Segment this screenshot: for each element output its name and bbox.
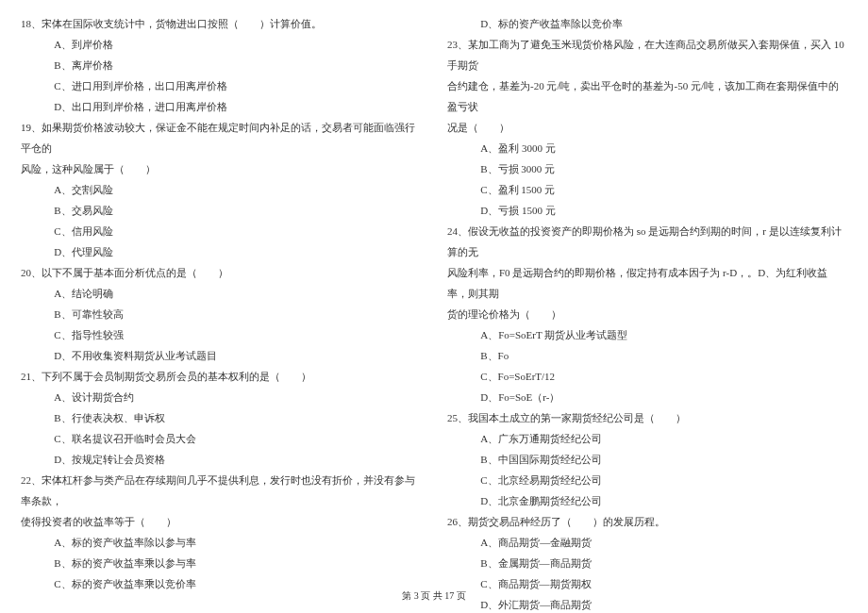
question-stem-cont: 风险，这种风险属于（ ） xyxy=(21,158,421,179)
options: A、设计期货合约 B、行使表决权、申诉权 C、联名提议召开临时会员大会 D、按规… xyxy=(21,387,421,470)
option-d: D、北京金鹏期货经纪公司 xyxy=(480,490,847,511)
option-a: A、广东万通期货经纪公司 xyxy=(480,428,847,449)
question-stem: 18、宋体在国际收支统计中，货物进出口按照（ ）计算价值。 xyxy=(21,13,421,34)
option-b: B、金属期货—商品期货 xyxy=(480,553,847,573)
option-d: D、Fo=SoE（r-） xyxy=(480,387,847,407)
option-d: D、按规定转让会员资格 xyxy=(54,449,421,470)
options: A、广东万通期货经纪公司 B、中国国际期货经纪公司 C、北京经易期货经纪公司 D… xyxy=(447,428,847,511)
q22-option-d-cont: D、标的资产收益率除以竞价率 xyxy=(447,13,847,34)
option-a: A、盈利 3000 元 xyxy=(480,138,847,158)
option-b: B、亏损 3000 元 xyxy=(480,158,847,179)
question-23: 23、某加工商为了避免玉米现货价格风险，在大连商品交易所做买入套期保值，买入 1… xyxy=(447,34,847,221)
option-d: D、标的资产收益率除以竞价率 xyxy=(480,13,847,34)
option-b: B、可靠性较高 xyxy=(54,304,421,324)
question-stem: 26、期货交易品种经历了（ ）的发展历程。 xyxy=(447,511,847,532)
question-stem-cont: 风险利率，F0 是远期合约的即期价格，假定持有成本因子为 r-D，。D、为红利收… xyxy=(447,262,847,304)
option-b: B、Fo xyxy=(480,345,847,366)
option-a: A、商品期货—金融期货 xyxy=(480,532,847,553)
option-d: D、代理风险 xyxy=(54,241,421,262)
question-18: 18、宋体在国际收支统计中，货物进出口按照（ ）计算价值。 A、到岸价格 B、离… xyxy=(21,13,421,117)
question-24: 24、假设无收益的投资资产的即期价格为 so 是远期合约到期的时间，r 是以连续… xyxy=(447,221,847,407)
page-content: 18、宋体在国际收支统计中，货物进出口按照（ ）计算价值。 A、到岸价格 B、离… xyxy=(21,13,847,570)
option-b: B、标的资产收益率乘以参与率 xyxy=(54,553,421,573)
options: A、到岸价格 B、离岸价格 C、进口用到岸价格，出口用离岸价格 D、出口用到岸价… xyxy=(21,34,421,117)
question-stem: 25、我国本土成立的第一家期货经纪公司是（ ） xyxy=(447,407,847,428)
options: A、Fo=SoErT 期货从业考试题型 B、Fo C、Fo=SoErT/12 D… xyxy=(447,324,847,407)
option-c: C、指导性较强 xyxy=(54,324,421,345)
option-c: C、商品期货—期货期权 xyxy=(480,573,847,594)
option-c: C、进口用到岸价格，出口用离岸价格 xyxy=(54,75,421,96)
question-26: 26、期货交易品种经历了（ ）的发展历程。 A、商品期货—金融期货 B、金属期货… xyxy=(447,511,847,613)
question-stem: 21、下列不属于会员制期货交易所会员的基本权利的是（ ） xyxy=(21,366,421,387)
question-stem: 19、如果期货价格波动较大，保证金不能在规定时间内补足的话，交易者可能面临强行平… xyxy=(21,117,421,158)
question-22: 22、宋体杠杆参与类产品在存续期间几乎不提供利息，发行时也没有折价，并没有参与率… xyxy=(21,470,421,594)
options: A、结论明确 B、可靠性较高 C、指导性较强 D、不用收集资料期货从业考试题目 xyxy=(21,283,421,366)
option-c: C、标的资产收益率乘以竞价率 xyxy=(54,573,421,594)
option-d: D、亏损 1500 元 xyxy=(480,200,847,221)
question-20: 20、以下不属于基本面分析优点的是（ ） A、结论明确 B、可靠性较高 C、指导… xyxy=(21,262,421,366)
option-a: A、Fo=SoErT 期货从业考试题型 xyxy=(480,324,847,345)
question-stem: 24、假设无收益的投资资产的即期价格为 so 是远期合约到期的时间，r 是以连续… xyxy=(447,221,847,262)
option-a: A、到岸价格 xyxy=(54,34,421,55)
option-b: B、行使表决权、申诉权 xyxy=(54,407,421,428)
question-stem-cont: 合约建仓，基差为-20 元/吨，卖出平仓时的基差为-50 元/吨，该加工商在套期… xyxy=(447,75,847,117)
option-a: A、设计期货合约 xyxy=(54,387,421,407)
question-stem: 23、某加工商为了避免玉米现货价格风险，在大连商品交易所做买入套期保值，买入 1… xyxy=(447,34,847,75)
option-c: C、Fo=SoErT/12 xyxy=(480,366,847,387)
options: A、交割风险 B、交易风险 C、信用风险 D、代理风险 xyxy=(21,179,421,262)
option-b: B、中国国际期货经纪公司 xyxy=(480,449,847,470)
left-column: 18、宋体在国际收支统计中，货物进出口按照（ ）计算价值。 A、到岸价格 B、离… xyxy=(21,13,421,570)
option-a: A、结论明确 xyxy=(54,283,421,304)
option-d: D、不用收集资料期货从业考试题目 xyxy=(54,345,421,366)
question-21: 21、下列不属于会员制期货交易所会员的基本权利的是（ ） A、设计期货合约 B、… xyxy=(21,366,421,470)
question-stem: 20、以下不属于基本面分析优点的是（ ） xyxy=(21,262,421,283)
options: A、盈利 3000 元 B、亏损 3000 元 C、盈利 1500 元 D、亏损… xyxy=(447,138,847,221)
question-25: 25、我国本土成立的第一家期货经纪公司是（ ） A、广东万通期货经纪公司 B、中… xyxy=(447,407,847,511)
option-a: A、标的资产收益率除以参与率 xyxy=(54,532,421,553)
option-c: C、信用风险 xyxy=(54,221,421,241)
options: A、标的资产收益率除以参与率 B、标的资产收益率乘以参与率 C、标的资产收益率乘… xyxy=(21,532,421,594)
option-c: C、北京经易期货经纪公司 xyxy=(480,470,847,490)
option-c: C、盈利 1500 元 xyxy=(480,179,847,200)
option-a: A、交割风险 xyxy=(54,179,421,200)
right-column: D、标的资产收益率除以竞价率 23、某加工商为了避免玉米现货价格风险，在大连商品… xyxy=(447,13,847,570)
question-19: 19、如果期货价格波动较大，保证金不能在规定时间内补足的话，交易者可能面临强行平… xyxy=(21,117,421,262)
option-b: B、离岸价格 xyxy=(54,55,421,75)
question-stem-cont: 使得投资者的收益率等于（ ） xyxy=(21,511,421,532)
option-d: D、出口用到岸价格，进口用离岸价格 xyxy=(54,96,421,117)
question-stem-cont: 货的理论价格为（ ） xyxy=(447,304,847,324)
option-c: C、联名提议召开临时会员大会 xyxy=(54,428,421,449)
question-stem: 22、宋体杠杆参与类产品在存续期间几乎不提供利息，发行时也没有折价，并没有参与率… xyxy=(21,470,421,511)
option-b: B、交易风险 xyxy=(54,200,421,221)
question-stem-cont: 况是（ ） xyxy=(447,117,847,138)
options: A、商品期货—金融期货 B、金属期货—商品期货 C、商品期货—期货期权 D、外汇… xyxy=(447,532,847,613)
option-d: D、外汇期货—商品期货 xyxy=(480,594,847,613)
